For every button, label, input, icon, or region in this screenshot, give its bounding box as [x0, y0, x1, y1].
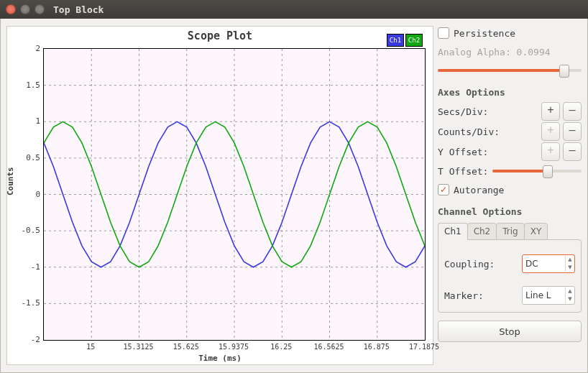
analog-alpha-label: Analog Alpha: — [438, 47, 511, 57]
tab-ch2[interactable]: Ch2 — [467, 223, 497, 240]
analog-alpha-slider-row — [438, 62, 582, 79]
secs-div-plus-button[interactable]: + — [541, 102, 560, 121]
legend-ch2: Ch2 — [405, 34, 423, 47]
persistence-label: Persistence — [454, 28, 515, 39]
x-tick: 16.25 — [259, 343, 303, 351]
t-offset-row: T Offset: — [438, 162, 582, 180]
channel-tabs: Ch1 Ch2 Trig XY — [438, 223, 582, 240]
plot-canvas — [44, 49, 425, 340]
axes-options-header: Axes Options — [438, 83, 582, 101]
autorange-checkbox[interactable] — [438, 184, 449, 195]
x-tick: 16.5625 — [308, 343, 351, 351]
x-axis-label: Time (ms) — [7, 354, 433, 363]
y-axis-label: Counts — [6, 167, 15, 195]
counts-div-row: Counts/Div: + – — [438, 122, 582, 141]
chevron-updown-icon: ▲▼ — [565, 287, 574, 303]
autorange-row: Autorange — [438, 181, 582, 198]
window-title: Top Block — [53, 4, 104, 15]
marker-select[interactable]: Line L ▲▼ — [522, 286, 575, 305]
plot-area[interactable] — [43, 48, 426, 341]
x-tick: 15.3125 — [117, 343, 160, 351]
y-tick: 0 — [12, 189, 40, 198]
counts-div-minus-button[interactable]: – — [563, 122, 582, 141]
y-offset-minus-button[interactable]: – — [563, 142, 582, 161]
marker-label: Marker: — [444, 290, 522, 301]
y-tick: 1 — [12, 116, 40, 126]
t-offset-label: T Offset: — [438, 166, 488, 177]
y-tick: -2 — [12, 335, 40, 344]
persistence-row: Persistence — [438, 24, 582, 42]
analog-alpha-slider[interactable] — [438, 65, 582, 75]
secs-div-label: Secs/Div: — [438, 106, 541, 117]
y-tick: 0.5 — [12, 152, 40, 162]
x-tick: 15 — [69, 343, 112, 351]
y-tick: 2 — [12, 44, 40, 53]
analog-alpha-label-row: Analog Alpha: 0.0994 — [438, 43, 582, 60]
coupling-label: Coupling: — [444, 259, 522, 270]
persistence-checkbox[interactable] — [438, 27, 449, 39]
t-offset-slider[interactable] — [492, 166, 582, 176]
plot-legend: Ch1 Ch2 — [387, 34, 423, 47]
window-maximize-button[interactable] — [35, 4, 45, 14]
y-tick: -1 — [12, 262, 40, 271]
stop-button-label: Stop — [499, 326, 520, 337]
stop-button[interactable]: Stop — [438, 321, 582, 342]
marker-value: Line L — [523, 290, 565, 300]
side-panel: Persistence Analog Alpha: 0.0994 Axes Op… — [438, 23, 582, 342]
y-offset-plus-button[interactable]: + — [541, 142, 560, 161]
counts-div-plus-button[interactable]: + — [541, 122, 560, 141]
autorange-label: Autorange — [454, 185, 504, 195]
window-close-button[interactable] — [6, 4, 16, 14]
counts-div-label: Counts/Div: — [438, 126, 541, 137]
x-tick: 15.625 — [165, 343, 208, 351]
y-tick: 1.5 — [12, 80, 40, 89]
x-tick: 17.1875 — [403, 343, 446, 351]
plot-title: Scope Plot — [7, 29, 433, 42]
y-offset-row: Y Offset: + – — [438, 142, 582, 161]
client-area: Scope Plot Ch1 Ch2 -2-1.5-1-0.500.511.52… — [0, 19, 588, 373]
legend-ch1: Ch1 — [387, 34, 404, 47]
channel-tab-panel: Coupling: DC ▲▼ Marker: Line L ▲▼ — [438, 239, 582, 313]
chevron-updown-icon: ▲▼ — [565, 256, 574, 272]
x-tick: 15.9375 — [212, 343, 255, 351]
marker-row: Marker: Line L ▲▼ — [444, 286, 575, 305]
y-offset-label: Y Offset: — [438, 147, 541, 157]
scope-plot: Scope Plot Ch1 Ch2 -2-1.5-1-0.500.511.52… — [6, 26, 433, 365]
coupling-select[interactable]: DC ▲▼ — [522, 254, 575, 273]
secs-div-minus-button[interactable]: – — [563, 102, 582, 121]
tab-trig[interactable]: Trig — [496, 223, 524, 240]
channel-options-header: Channel Options — [438, 203, 582, 220]
coupling-value: DC — [523, 259, 565, 269]
window-minimize-button[interactable] — [20, 4, 30, 14]
x-tick: 16.875 — [355, 343, 398, 351]
y-tick: -1.5 — [12, 298, 40, 308]
coupling-row: Coupling: DC ▲▼ — [444, 254, 575, 273]
tab-ch1[interactable]: Ch1 — [438, 223, 468, 240]
y-tick: -0.5 — [12, 226, 40, 235]
secs-div-row: Secs/Div: + – — [438, 102, 582, 121]
tab-xy[interactable]: XY — [524, 223, 548, 240]
titlebar: Top Block — [0, 0, 588, 19]
analog-alpha-value: 0.0994 — [517, 47, 551, 57]
